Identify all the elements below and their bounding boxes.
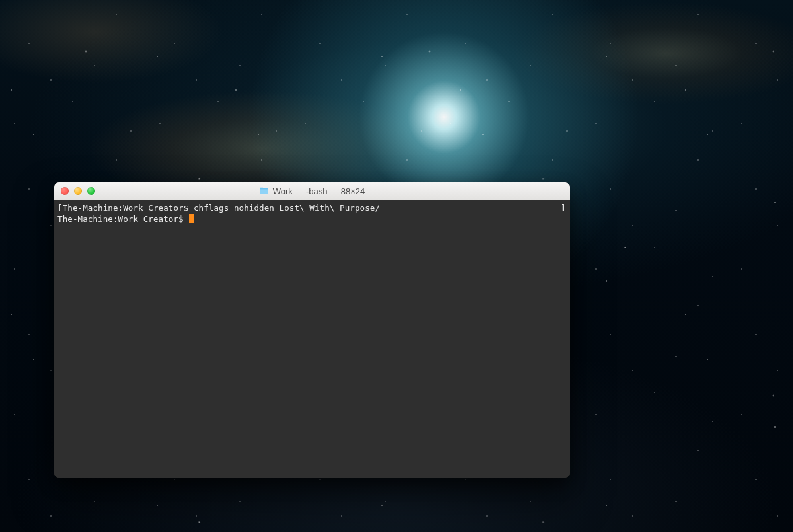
cursor xyxy=(189,214,194,223)
terminal-line: The-Machine:Work Creator$ xyxy=(57,213,566,225)
terminal-window[interactable]: Work — -bash — 88×24 [The-Machine:Work C… xyxy=(54,182,570,478)
folder-icon xyxy=(259,187,269,195)
terminal-body[interactable]: [The-Machine:Work Creator$ chflags nohid… xyxy=(54,200,570,478)
window-titlebar[interactable]: Work — -bash — 88×24 xyxy=(54,182,570,200)
close-button[interactable] xyxy=(61,187,69,195)
minimize-button[interactable] xyxy=(74,187,82,195)
traffic-lights xyxy=(54,187,95,195)
prompt: The-Machine:Work Creator$ xyxy=(63,203,194,213)
prompt: The-Machine:Work Creator$ xyxy=(57,214,188,224)
window-title-group: Work — -bash — 88×24 xyxy=(54,186,570,196)
left-bracket: [ xyxy=(57,203,63,213)
command-text: chflags nohidden Lost\ With\ Purpose/ xyxy=(194,203,380,213)
window-title: Work — -bash — 88×24 xyxy=(273,186,365,196)
zoom-button[interactable] xyxy=(87,187,95,195)
terminal-line: [The-Machine:Work Creator$ chflags nohid… xyxy=(57,202,566,213)
right-bracket: ] xyxy=(560,202,566,213)
